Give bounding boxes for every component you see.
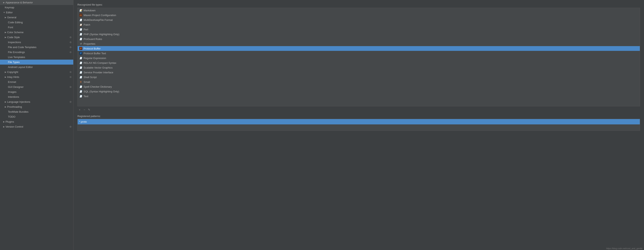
file-type-name: Markdown [84, 9, 96, 12]
sidebar-item-general[interactable]: ▶ General [0, 15, 73, 20]
file-type-name: Protocol Buffer Text [84, 52, 106, 55]
sidebar-item-file-types[interactable]: File Types [0, 60, 73, 65]
file-type-name: Properties [84, 42, 95, 45]
sidebar-item-android-layout[interactable]: Android Layout Editor [0, 65, 73, 70]
sidebar-item-emmet[interactable]: Emmet [0, 80, 73, 85]
list-item[interactable]: PProtocol Buffer [78, 46, 640, 51]
main-content: Recognized file types: 📝MarkdownmMaven P… [74, 0, 644, 250]
file-type-icon: P [79, 52, 82, 55]
sidebar-item-code-editing[interactable]: Code Editing [0, 20, 73, 25]
sidebar-label-keymap: Keymap [5, 6, 14, 9]
sidebar-label-android-layout: Android Layout Editor [8, 66, 33, 69]
list-item[interactable]: 📄RELAX NG Compact Syntax [78, 60, 640, 65]
list-item[interactable]: 📄Service Provider Interface [78, 70, 640, 75]
toolbar: + − ✎ [78, 107, 640, 112]
sidebar-label-file-encodings: File Encodings [8, 51, 25, 54]
sidebar-label-inspections: Inspections [8, 41, 21, 44]
sidebar-label-general: General [7, 16, 16, 19]
file-type-icon: 📋 [79, 23, 82, 26]
file-type-name: Text [84, 95, 88, 98]
sidebar-item-plugins[interactable]: ▶ Plugins [0, 119, 73, 124]
list-item[interactable]: 📄ProGuard Rules [78, 37, 640, 41]
file-type-name: Scalable Vector Graphics [84, 66, 112, 69]
file-type-name: Service Provider Interface [84, 71, 113, 74]
list-item[interactable]: 📄PHP (Syntax Highlighting Only) [78, 32, 640, 37]
sidebar-item-editor[interactable]: ▼ Editor [0, 10, 73, 15]
sidebar-label-editor: Editor [6, 11, 13, 14]
sidebar-item-keymap[interactable]: Keymap [0, 5, 73, 10]
gear-icon-lang-inject: ⚙ [70, 101, 72, 103]
sidebar-item-font[interactable]: Font [0, 25, 73, 30]
sidebar-item-language-injections[interactable]: ▶ Language Injections ⚙ [0, 99, 73, 104]
sidebar-label-emmet: Emmet [8, 81, 16, 84]
arrow-icon-proofreading: ▶ [5, 106, 6, 108]
sidebar-item-images[interactable]: Images [0, 89, 73, 94]
sidebar-item-todo[interactable]: TODO [0, 114, 73, 119]
arrow-icon-color-scheme: ▶ [5, 31, 6, 33]
gear-icon-file-encodings: ⚙ [70, 51, 72, 54]
gear-icon-gui-designer: ⚙ [70, 86, 72, 88]
file-type-icon: 📄 [79, 18, 82, 22]
file-type-icon: 📄 [79, 33, 82, 36]
add-button[interactable]: + [78, 108, 82, 112]
list-item[interactable]: 📄Regular Expression [78, 56, 640, 60]
file-type-icon: ⚙ [79, 42, 82, 45]
list-item[interactable]: 📄Text [78, 94, 640, 99]
registered-label: Registered patterns: [78, 115, 640, 118]
file-type-icon: 📄 [79, 28, 82, 31]
file-type-icon: 📄 [79, 76, 82, 79]
sidebar-item-inspections[interactable]: Inspections ⚙ [0, 40, 73, 45]
file-type-icon: 📄 [79, 85, 82, 88]
sidebar-label-font: Font [8, 26, 13, 29]
list-item[interactable]: 📄Shell Script [78, 75, 640, 80]
sidebar-item-copyright[interactable]: ▶ Copyright ⚙ [0, 70, 73, 75]
sidebar-item-inlay-hints[interactable]: ▶ Inlay Hints ⚙ [0, 75, 73, 80]
sidebar-label-code-style: Code Style [7, 36, 20, 39]
list-item[interactable]: PProtocol Buffer Text [78, 51, 640, 56]
list-item[interactable]: 📄Scalable Vector Graphics [78, 65, 640, 70]
pattern-item[interactable]: *.proto [78, 119, 640, 124]
sidebar-label-textmate: TextMate Bundles [8, 110, 28, 113]
sidebar-label-todo: TODO [8, 115, 15, 118]
recognized-label: Recognized file types: [78, 3, 640, 6]
sidebar-item-version-control[interactable]: ▶ Version Control ⚙ [0, 124, 73, 129]
status-bar: https://blog.csdn.net/cool_and_gentle [605, 247, 644, 250]
list-item[interactable]: 📄MultiDexKeepFile Format [78, 18, 640, 22]
gear-icon-vc: ⚙ [70, 125, 72, 128]
file-type-icon: 📄 [79, 61, 82, 64]
sidebar-item-gui-designer[interactable]: GUI Designer ⚙ [0, 85, 73, 89]
sidebar-item-textmate[interactable]: TextMate Bundles [0, 109, 73, 114]
patterns-list[interactable]: *.proto [78, 119, 640, 131]
sidebar-item-color-scheme[interactable]: ▶ Color Scheme [0, 30, 73, 35]
list-item[interactable]: 📋Patch [78, 22, 640, 27]
list-item[interactable]: 📝Markdown [78, 8, 640, 13]
sidebar-item-file-templates[interactable]: File and Code Templates ⚙ [0, 45, 73, 50]
file-types-list[interactable]: 📝MarkdownmMaven Project Configuration📄Mu… [78, 8, 640, 106]
remove-button[interactable]: − [82, 108, 86, 112]
file-type-name: ProGuard Rules [84, 38, 102, 41]
arrow-icon: ▶ [3, 2, 5, 4]
file-type-icon: 📄 [79, 90, 82, 93]
sidebar-item-code-style[interactable]: ▶ Code Style ⚙ [0, 35, 73, 40]
sidebar-label-inlay-hints: Inlay Hints [7, 76, 19, 79]
sidebar-item-live-templates[interactable]: Live Templates [0, 55, 73, 60]
sidebar-label-code-editing: Code Editing [8, 21, 23, 24]
edit-button[interactable]: ✎ [87, 108, 91, 112]
sidebar-item-proofreading[interactable]: ▶ Proofreading [0, 104, 73, 109]
arrow-icon-vc: ▶ [3, 126, 5, 128]
list-item[interactable]: 📄Spell Checker Dictionary [78, 84, 640, 89]
file-type-icon: S [79, 80, 82, 84]
sidebar-item-intentions[interactable]: Intentions [0, 94, 73, 99]
list-item[interactable]: 📄SQL (Syntax Highlighting Only) [78, 89, 640, 94]
file-type-name: SQL (Syntax Highlighting Only) [84, 90, 119, 93]
list-item[interactable]: ⚙Properties [78, 41, 640, 46]
list-item[interactable]: mMaven Project Configuration [78, 13, 640, 18]
list-item[interactable]: SSmali [78, 80, 640, 84]
list-item[interactable]: 📄Perl [78, 27, 640, 32]
patterns-section: Registered patterns: *.proto [78, 115, 640, 131]
sidebar-label-version-control: Version Control [6, 125, 23, 128]
sidebar-item-appearance[interactable]: ▶ Appearance & Behavior [0, 0, 73, 5]
sidebar-item-file-encodings[interactable]: File Encodings ⚙ [0, 50, 73, 55]
sidebar-label-images: Images [8, 90, 16, 93]
sidebar-label-intentions: Intentions [8, 95, 19, 98]
